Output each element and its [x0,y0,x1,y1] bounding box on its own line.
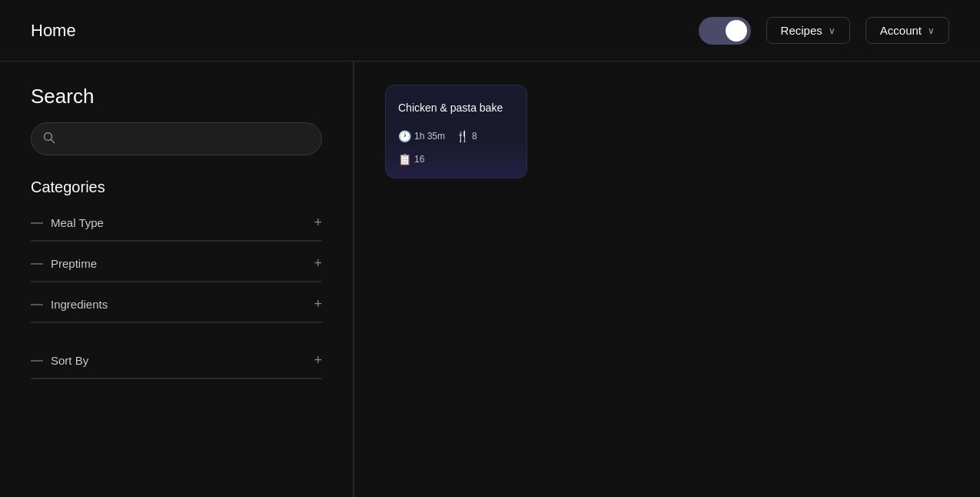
search-icon [43,132,55,147]
dark-mode-toggle[interactable] [699,17,751,45]
category-sort-by-left: Sort By [31,354,88,367]
category-ingredients-label: Ingredients [51,298,108,311]
recipe-servings-value: 8 [472,131,477,142]
search-input[interactable] [31,122,322,155]
category-preptime: Preptime + [31,249,322,282]
main-layout: Search Categories Meal Type + [0,62,980,497]
header-left: Home [31,21,76,41]
recipes-button-label: Recipes [781,24,822,37]
recipe-time-text: 1h 35m [414,131,445,142]
category-ingredients-left: Ingredients [31,298,108,311]
recipe-servings: 🍴 8 [456,130,477,142]
account-button-label: Account [880,24,922,37]
recipe-card[interactable]: Chicken & pasta bake 🕐 1h 35m 🍴 8 📋 16 [385,85,527,178]
category-dash-icon [31,263,43,265]
recipe-title: Chicken & pasta bake [398,101,514,116]
category-ingredients-header[interactable]: Ingredients + [31,290,322,319]
category-preptime-divider [31,281,322,282]
content-area: Chicken & pasta bake 🕐 1h 35m 🍴 8 📋 16 [354,62,980,497]
search-wrapper [31,122,322,155]
categories-label: Categories [31,178,322,196]
recipe-calories-value: 16 [414,154,424,165]
category-sort-by-expand-icon[interactable]: + [314,352,322,369]
utensils-icon: 🍴 [456,130,469,142]
category-meal-type: Meal Type + [31,208,322,242]
toggle-track[interactable] [699,17,751,45]
category-dash-icon [31,304,43,305]
category-ingredients: Ingredients + [31,290,322,323]
recipe-time-value: 1h 35m [414,131,445,142]
category-ingredients-expand-icon[interactable]: + [314,296,322,312]
clipboard-icon: 📋 [398,153,411,165]
recipe-calories: 📋 16 [398,153,424,165]
category-meal-type-header[interactable]: Meal Type + [31,208,322,237]
clock-icon: 🕐 [398,130,411,142]
category-meal-type-left: Meal Type [31,216,104,229]
search-label: Search [31,85,322,108]
category-preptime-left: Preptime [31,257,97,270]
category-dash-icon [31,360,43,362]
category-sort-by-header[interactable]: Sort By + [31,346,322,375]
category-preptime-label: Preptime [51,257,97,270]
header: Home Recipes ∨ Account ∨ [0,0,980,62]
recipes-dropdown-button[interactable]: Recipes ∨ [766,17,850,44]
recipe-time: 🕐 1h 35m [398,130,445,142]
page-title: Home [31,21,76,41]
account-dropdown-button[interactable]: Account ∨ [865,17,949,44]
category-meal-type-expand-icon[interactable]: + [314,215,322,231]
category-sort-by-divider [31,378,322,379]
header-right: Recipes ∨ Account ∨ [699,17,949,45]
category-dash-icon [31,222,43,224]
recipes-chevron-icon: ∨ [829,25,835,36]
account-chevron-icon: ∨ [928,25,935,36]
spacer [31,331,322,346]
toggle-thumb [726,20,747,42]
recipe-meta: 🕐 1h 35m 🍴 8 📋 16 [398,130,514,165]
category-sort-by-label: Sort By [51,354,88,367]
category-meal-type-divider [31,240,322,242]
category-preptime-header[interactable]: Preptime + [31,249,322,278]
sidebar: Search Categories Meal Type + [0,62,354,497]
category-preptime-expand-icon[interactable]: + [314,255,322,272]
category-ingredients-divider [31,322,322,323]
svg-line-1 [51,139,55,142]
category-sort-by: Sort By + [31,346,322,379]
category-meal-type-label: Meal Type [51,216,104,229]
